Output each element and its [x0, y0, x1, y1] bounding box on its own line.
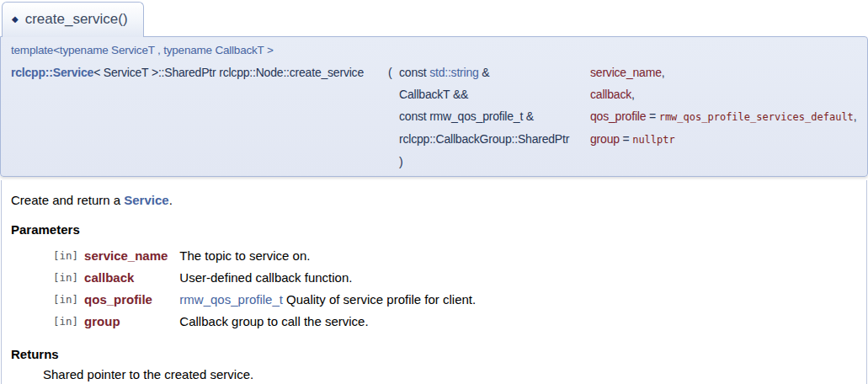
diamond-bullet-icon: ◆	[12, 14, 19, 24]
default-value: nullptr	[632, 134, 675, 146]
member-documentation: Create and return a Service. Parameters …	[1, 180, 867, 384]
open-paren: (	[388, 61, 399, 83]
doxygen-member-doc: ◆create_service() template<typename Serv…	[0, 0, 868, 384]
returns-heading: Returns	[11, 346, 857, 363]
param-name: group = nullptr	[590, 128, 857, 151]
param-name: service_name	[84, 245, 179, 267]
table-row: [in] service_name The topic to service o…	[53, 245, 476, 267]
template-line: template<typename ServiceT , typename Ca…	[11, 43, 857, 57]
param-description: rmw_qos_profile_t Quality of service pro…	[179, 289, 476, 311]
param-type: const std::string &	[399, 61, 590, 83]
table-row: [in] callback User-defined callback func…	[53, 267, 476, 289]
param-name: qos_profile = rmw_qos_profile_services_d…	[590, 105, 857, 128]
returns-text: Shared pointer to the created service.	[43, 366, 857, 383]
param-name: callback,	[590, 83, 857, 105]
service-class-link[interactable]: Service	[124, 193, 168, 207]
intro-paragraph: Create and return a Service.	[11, 192, 857, 209]
param-description: Callback group to call the service.	[179, 311, 476, 333]
return-type-link[interactable]: rclcpp::Service	[11, 66, 93, 79]
param-description: User-defined callback function.	[179, 267, 476, 289]
param-name: qos_profile	[84, 289, 179, 311]
param-direction: [in]	[53, 267, 84, 289]
default-value: rmw_qos_profile_services_default	[659, 111, 854, 123]
member-prototype-box: template<typename ServiceT , typename Ca…	[0, 36, 868, 177]
parameters-table: [in] service_name The topic to service o…	[53, 245, 476, 333]
close-paren: )	[399, 151, 590, 173]
member-title: create_service()	[25, 11, 128, 27]
parameters-heading: Parameters	[11, 221, 857, 238]
returns-section: Returns Shared pointer to the created se…	[11, 346, 857, 383]
param-direction: [in]	[53, 311, 84, 333]
member-title-tab[interactable]: ◆create_service()	[2, 2, 144, 37]
param-type: rclcpp::CallbackGroup::SharedPtr	[399, 128, 590, 151]
param-name: callback	[84, 267, 179, 289]
function-name-rest: < ServiceT >::SharedPtr rclcpp::Node::cr…	[93, 66, 364, 79]
table-row: [in] qos_profile rmw_qos_profile_t Quali…	[53, 289, 476, 311]
param-name: service_name,	[590, 61, 857, 83]
std-string-link[interactable]: std::string	[429, 66, 479, 79]
param-direction: [in]	[53, 289, 84, 311]
function-signature: rclcpp::Service< ServiceT >::SharedPtr r…	[11, 61, 857, 173]
param-direction: [in]	[53, 245, 84, 267]
param-description: The topic to service on.	[179, 245, 476, 267]
function-name: rclcpp::Service< ServiceT >::SharedPtr r…	[11, 61, 388, 83]
table-row: [in] group Callback group to call the se…	[53, 311, 476, 333]
param-type: const rmw_qos_profile_t &	[399, 105, 590, 128]
param-type: CallbackT &&	[399, 83, 590, 105]
rmw-qos-profile-link[interactable]: rmw_qos_profile_t	[179, 292, 283, 307]
param-name: group	[84, 311, 179, 333]
parameters-section: Parameters [in] service_name The topic t…	[11, 221, 857, 333]
